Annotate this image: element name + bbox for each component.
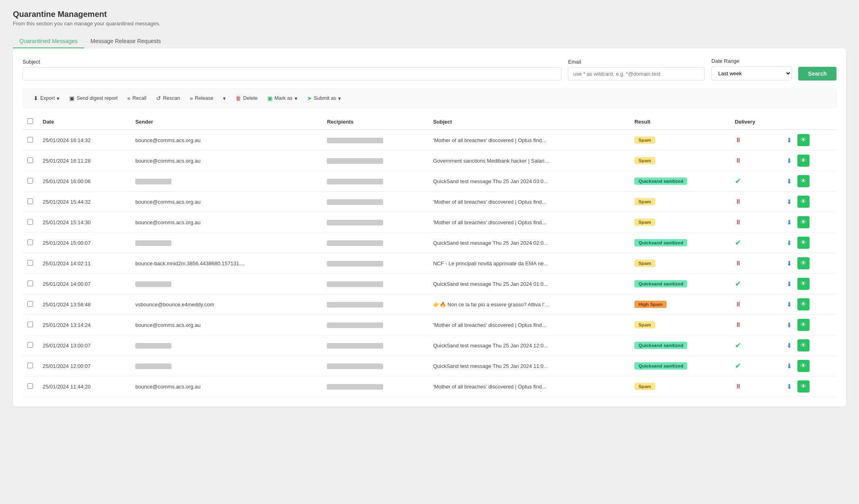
cell-sender: bounce-back.mnid2m.3856.4438680.157131..… bbox=[130, 253, 322, 274]
view-button[interactable]: 👁 bbox=[797, 380, 809, 392]
row-checkbox[interactable] bbox=[27, 260, 33, 266]
th-check bbox=[23, 114, 38, 130]
release-button[interactable]: » Release bbox=[186, 93, 217, 103]
cell-subject: 'Mother of all breaches' discovered | Op… bbox=[428, 130, 630, 151]
rescan-icon: ↺ bbox=[156, 95, 161, 101]
view-button[interactable]: 👁 bbox=[797, 134, 809, 146]
email-input[interactable] bbox=[568, 67, 705, 81]
view-button[interactable]: 👁 bbox=[797, 360, 809, 372]
action-icons: ⬇ 👁 bbox=[783, 134, 832, 146]
delivery-check-icon: ✔ bbox=[735, 362, 741, 370]
result-badge: Spam bbox=[634, 157, 655, 164]
row-checkbox[interactable] bbox=[27, 219, 33, 225]
subject-input[interactable] bbox=[23, 67, 562, 81]
th-date: Date bbox=[38, 114, 130, 130]
cell-delivery: ⏸ bbox=[730, 376, 778, 397]
export-chevron: ▾ bbox=[57, 95, 60, 101]
result-badge: Spam bbox=[634, 321, 655, 328]
cell-delivery: ⏸ bbox=[730, 151, 778, 171]
download-button[interactable]: ⬇ bbox=[783, 196, 795, 208]
row-checkbox[interactable] bbox=[27, 178, 33, 184]
view-button[interactable]: 👁 bbox=[797, 216, 809, 228]
search-button[interactable]: Search bbox=[798, 67, 836, 81]
cell-subject: QuickSand test message Thu 25 Jan 2024 1… bbox=[428, 335, 630, 356]
cell-subject: QuickSand test message Thu 25 Jan 2024 0… bbox=[428, 233, 630, 253]
row-checkbox[interactable] bbox=[27, 240, 33, 245]
row-checkbox[interactable] bbox=[27, 137, 33, 143]
download-button[interactable]: ⬇ bbox=[783, 134, 795, 146]
row-checkbox[interactable] bbox=[27, 342, 33, 348]
action-icons: ⬇ 👁 bbox=[783, 216, 832, 228]
table-row: 25/01/2024 14:00:07QuickSand test messag… bbox=[23, 274, 836, 294]
view-button[interactable]: 👁 bbox=[797, 339, 809, 351]
cell-date: 25/01/2024 12:00:07 bbox=[38, 356, 130, 376]
download-button[interactable]: ⬇ bbox=[783, 319, 795, 331]
table-row: 25/01/2024 16:11:28bounce@comms.acs.org.… bbox=[23, 151, 836, 171]
row-checkbox[interactable] bbox=[27, 157, 33, 163]
delivery-stop-icon: ⏸ bbox=[735, 321, 741, 328]
row-checkbox[interactable] bbox=[27, 281, 33, 286]
cell-delivery: ⏸ bbox=[730, 315, 778, 335]
cell-delivery: ⏸ bbox=[730, 130, 778, 151]
cell-date: 25/01/2024 15:14:30 bbox=[38, 212, 130, 233]
cell-result: High Spam bbox=[630, 294, 730, 315]
send-digest-button[interactable]: ▣ Send digest report bbox=[65, 93, 122, 103]
cell-sender: bounce@comms.acs.org.au bbox=[130, 376, 322, 397]
submit-as-button[interactable]: ➤ Submit as ▾ bbox=[303, 93, 345, 103]
download-button[interactable]: ⬇ bbox=[783, 298, 795, 310]
cell-recipients bbox=[322, 294, 428, 315]
download-button[interactable]: ⬇ bbox=[783, 257, 795, 269]
daterange-select[interactable]: Last week Last month Last 3 months Custo… bbox=[711, 66, 792, 81]
tab-quarantined-messages[interactable]: Quarantined Messages bbox=[13, 35, 84, 48]
view-button[interactable]: 👁 bbox=[797, 196, 809, 208]
release-label: Release bbox=[195, 95, 213, 101]
view-button[interactable]: 👁 bbox=[797, 257, 809, 269]
export-button[interactable]: ⬇ Export ▾ bbox=[29, 93, 64, 103]
row-checkbox[interactable] bbox=[27, 301, 33, 307]
download-button[interactable]: ⬇ bbox=[783, 155, 795, 167]
mark-as-button[interactable]: ▣ Mark as ▾ bbox=[263, 93, 301, 103]
sender-redacted bbox=[135, 343, 171, 349]
page-subtitle: From this section you can manage your qu… bbox=[13, 21, 846, 27]
view-button[interactable]: 👁 bbox=[797, 319, 809, 331]
view-button[interactable]: 👁 bbox=[797, 175, 809, 187]
rescan-button[interactable]: ↺ Rescan bbox=[152, 93, 184, 103]
download-button[interactable]: ⬇ bbox=[783, 380, 795, 392]
delete-button[interactable]: 🗑 Delete bbox=[231, 93, 262, 103]
row-checkbox[interactable] bbox=[27, 383, 33, 389]
download-button[interactable]: ⬇ bbox=[783, 339, 795, 351]
row-checkbox[interactable] bbox=[27, 322, 33, 327]
download-button[interactable]: ⬇ bbox=[783, 237, 795, 249]
cell-recipients bbox=[322, 356, 428, 376]
release-dropdown-button[interactable]: ▾ bbox=[219, 93, 230, 103]
delivery-check-icon: ✔ bbox=[735, 341, 741, 349]
view-button[interactable]: 👁 bbox=[797, 298, 809, 310]
view-button[interactable]: 👁 bbox=[797, 155, 809, 167]
recipients-redacted bbox=[327, 322, 383, 328]
cell-recipients bbox=[322, 192, 428, 212]
messages-table: Date Sender Recipients Subject Result De… bbox=[23, 114, 836, 397]
table-row: 25/01/2024 15:44:32bounce@comms.acs.org.… bbox=[23, 192, 836, 212]
recall-button[interactable]: « Recall bbox=[123, 93, 151, 103]
daterange-label: Date Range bbox=[711, 58, 792, 64]
download-button[interactable]: ⬇ bbox=[783, 360, 795, 372]
download-button[interactable]: ⬇ bbox=[783, 278, 795, 290]
th-sender: Sender bbox=[130, 114, 322, 130]
tab-message-release-requests[interactable]: Message Release Requests bbox=[84, 35, 167, 48]
release-dropdown-chevron: ▾ bbox=[223, 95, 226, 101]
row-checkbox[interactable] bbox=[27, 198, 33, 204]
download-button[interactable]: ⬇ bbox=[783, 175, 795, 187]
cell-date: 25/01/2024 15:00:07 bbox=[38, 233, 130, 253]
view-button[interactable]: 👁 bbox=[797, 278, 809, 290]
download-button[interactable]: ⬇ bbox=[783, 216, 795, 228]
view-button[interactable]: 👁 bbox=[797, 237, 809, 249]
cell-sender bbox=[130, 171, 322, 192]
cell-date: 25/01/2024 16:00:06 bbox=[38, 171, 130, 192]
select-all-checkbox[interactable] bbox=[27, 118, 33, 124]
row-checkbox[interactable] bbox=[27, 363, 33, 368]
result-badge: High Spam bbox=[634, 301, 667, 308]
cell-subject: QuickSand test message Thu 25 Jan 2024 1… bbox=[428, 356, 630, 376]
cell-result: Quicksand sanitized bbox=[630, 356, 730, 376]
toolbar: ⬇ Export ▾ ▣ Send digest report « Recall… bbox=[23, 89, 836, 108]
delivery-stop-icon: ⏸ bbox=[735, 198, 741, 205]
